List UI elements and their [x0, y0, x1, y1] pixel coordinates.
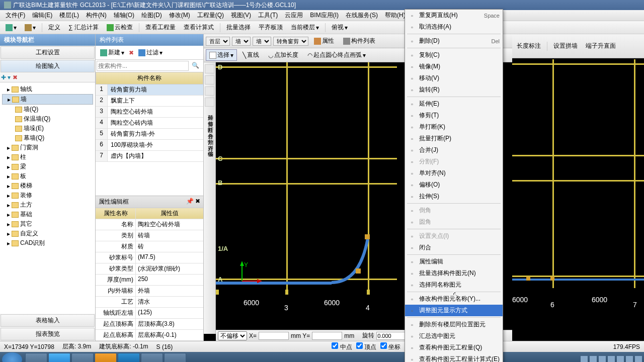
- tree-item[interactable]: ▸ 土方: [2, 200, 93, 210]
- current-floor-button[interactable]: 当前楼层 ▾: [287, 22, 323, 33]
- cloud-check-button[interactable]: 云检查: [103, 22, 136, 33]
- context-menu-item[interactable]: ▫复制(C): [405, 49, 503, 61]
- close-icon[interactable]: ✖: [195, 198, 200, 205]
- tree-item[interactable]: ▸ 轴线: [2, 84, 93, 94]
- context-menu-item[interactable]: ▫批量选择构件图元(N): [405, 267, 503, 279]
- menu-item[interactable]: 绘图(D): [138, 11, 166, 20]
- set-join-button[interactable]: 设置拼墙: [550, 40, 581, 52]
- menu-item[interactable]: 修改(M): [166, 11, 194, 20]
- select-tool[interactable]: 选择 ▾: [206, 49, 237, 61]
- x-input[interactable]: [259, 332, 289, 340]
- tree-item[interactable]: ▸ 楼梯: [2, 181, 93, 191]
- tree-item[interactable]: ▸ 板: [2, 171, 93, 181]
- tree-item[interactable]: ▸ 装修: [2, 191, 93, 200]
- start-button[interactable]: [2, 352, 22, 362]
- context-menu-item[interactable]: ▫闭合: [405, 242, 503, 253]
- delete-icon[interactable]: ✖: [129, 49, 134, 56]
- property-row[interactable]: 类别砖墙: [96, 230, 203, 241]
- task-3[interactable]: [71, 353, 94, 362]
- remove-icon[interactable]: ✖: [13, 74, 18, 81]
- context-menu-item[interactable]: ▫删除所有楼层同位置图元: [405, 319, 503, 330]
- vtool-3[interactable]: [205, 86, 214, 96]
- context-menu-item[interactable]: ▫移动(V): [405, 72, 503, 84]
- context-menu-item[interactable]: ▫修剪(T): [405, 110, 503, 121]
- tree-item[interactable]: ▸ 墙: [2, 94, 93, 105]
- context-menu-item[interactable]: ▫镜像(M): [405, 61, 503, 72]
- component-row[interactable]: 2飘窗上下: [96, 96, 203, 107]
- category-select-2[interactable]: 墙: [253, 37, 271, 46]
- new-component-button[interactable]: 新建 ▾: [97, 47, 128, 58]
- property-row[interactable]: 内/外墙标外墙: [96, 286, 203, 297]
- menu-item[interactable]: 工程量(Q): [194, 11, 227, 20]
- context-menu-item[interactable]: ▫修改构件图元名称(Y)...: [405, 293, 503, 305]
- sum-calc-button[interactable]: ∑ 汇总计算: [65, 22, 102, 33]
- report-preview-tab[interactable]: 报表预览: [1, 328, 95, 340]
- add-icon[interactable]: ✚ ▾: [1, 74, 11, 81]
- property-row[interactable]: 工艺清水: [96, 297, 203, 308]
- task-7[interactable]: [164, 353, 186, 362]
- system-tray[interactable]: [581, 356, 642, 362]
- property-row[interactable]: 起点顶标高层顶标高(3.8): [96, 319, 203, 330]
- component-row[interactable]: 7虚内【内墙】: [96, 151, 203, 162]
- draw-input-tab[interactable]: 绘图输入: [1, 60, 95, 72]
- context-menu[interactable]: ▫重复两直线(H)Space▫取消选择(A)▫删除(D)Del▫复制(C)▫镜像…: [405, 9, 503, 362]
- context-menu-item[interactable]: ▫选择同名称图元: [405, 279, 503, 291]
- context-menu-item[interactable]: ▫属性编辑: [405, 256, 503, 267]
- undo-button[interactable]: ▾: [2, 23, 20, 33]
- tree-item[interactable]: ▸ 自定义: [2, 229, 93, 238]
- tray-icon[interactable]: [599, 356, 606, 362]
- menu-item[interactable]: BIM应用(I): [306, 11, 342, 20]
- tray-icon[interactable]: [617, 356, 624, 362]
- angle-input[interactable]: [376, 332, 407, 340]
- y-input[interactable]: [312, 332, 342, 340]
- complist-button[interactable]: 构件列表: [340, 35, 379, 47]
- menu-item[interactable]: 工具(T): [255, 11, 281, 20]
- component-row[interactable]: 3陶粒空心砖外墙: [96, 107, 203, 118]
- line-tool[interactable]: ╲ 直线: [239, 49, 263, 61]
- vtool-1[interactable]: [205, 64, 214, 73]
- length-label-button[interactable]: 长度标注: [513, 40, 544, 52]
- taskbar[interactable]: [0, 352, 644, 362]
- menu-bar[interactable]: 文件(F)编辑(E)楼层(L)构件(N)辅轴(O)绘图(D)修改(M)工程量(Q…: [0, 10, 644, 21]
- property-row[interactable]: 砂浆标号(M7.5): [96, 252, 203, 263]
- arc-tool[interactable]: ◡ 点加长度: [265, 49, 302, 61]
- property-row[interactable]: 轴线距左墙(125): [96, 308, 203, 319]
- context-menu-item[interactable]: ▫合并(J): [405, 144, 503, 156]
- filter-button[interactable]: 过滤 ▾: [135, 47, 166, 58]
- context-menu-item[interactable]: ▫调整图元显示方式: [405, 305, 503, 316]
- search-icon[interactable]: 🔍: [189, 61, 202, 71]
- tree-item[interactable]: 墙垛(E): [2, 124, 93, 133]
- tree-item[interactable]: ▸ 基础: [2, 210, 93, 219]
- property-row[interactable]: 名称陶粒空心砖外墙: [96, 219, 203, 230]
- tree-item[interactable]: ▸ 梁: [2, 162, 93, 171]
- tree-item[interactable]: ▸ 柱: [2, 152, 93, 162]
- context-menu-item[interactable]: ▫延伸(E): [405, 98, 503, 110]
- tray-icon[interactable]: [590, 356, 597, 362]
- tree-item[interactable]: 墙(Q): [2, 105, 93, 114]
- component-row[interactable]: 4陶粒空心砖内墙: [96, 118, 203, 129]
- context-menu-item[interactable]: ▫重复两直线(H)Space: [405, 10, 503, 21]
- view-project-button[interactable]: 查看工程量: [142, 22, 179, 33]
- menu-item[interactable]: 云应用: [281, 11, 306, 20]
- context-menu-item[interactable]: ▫汇总选中图元: [405, 330, 503, 342]
- property-row[interactable]: 材质砖: [96, 241, 203, 252]
- tray-icon[interactable]: [581, 356, 588, 362]
- pin-icon[interactable]: 📌: [186, 198, 194, 205]
- tray-icon[interactable]: [608, 356, 615, 362]
- menu-item[interactable]: 构件(N): [83, 11, 110, 20]
- tray-icon[interactable]: [626, 356, 633, 362]
- startend-arc-tool[interactable]: ◠ 起点圆心终点画弧 ▾: [304, 49, 369, 61]
- redo-button[interactable]: ▾: [21, 23, 39, 33]
- context-menu-item[interactable]: ▫拉伸(S): [405, 191, 503, 202]
- offset-mode[interactable]: 不偏移: [218, 331, 247, 340]
- vtool-2[interactable]: [205, 75, 214, 84]
- tree-item[interactable]: 幕墙(Q): [2, 133, 93, 143]
- attr-button[interactable]: 属性: [310, 35, 338, 47]
- task-6[interactable]: [141, 353, 163, 362]
- status-checkbox[interactable]: 顶点: [356, 342, 376, 351]
- tray-icon[interactable]: [635, 356, 642, 362]
- task-4[interactable]: [95, 353, 117, 362]
- batch-select-button[interactable]: 批量选择: [223, 22, 254, 33]
- vtool-4[interactable]: [205, 98, 214, 107]
- floor-select[interactable]: 首层: [206, 37, 230, 46]
